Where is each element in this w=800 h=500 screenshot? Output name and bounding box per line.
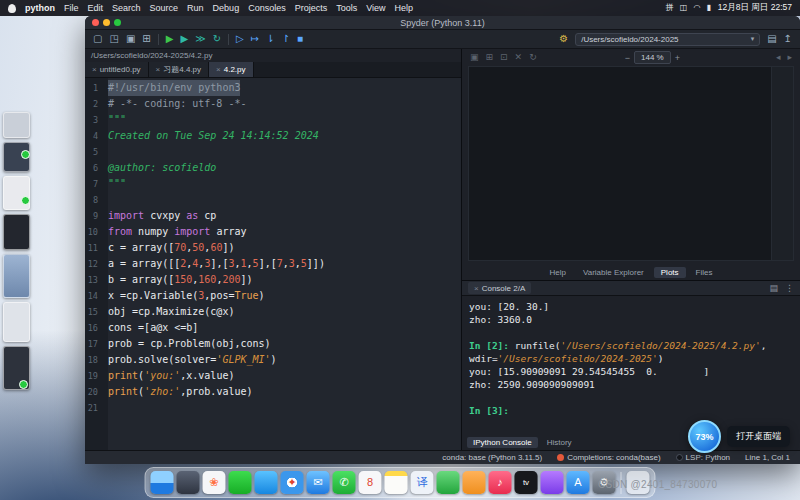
code-line-18[interactable]: 18prob.solve(solver='GLPK_MI'): [85, 352, 461, 368]
save-all-icon[interactable]: ⊞: [142, 34, 150, 44]
apple-menu-icon[interactable]: [8, 4, 16, 13]
code-line-3[interactable]: 3""": [85, 112, 461, 128]
line-number[interactable]: 19: [85, 368, 103, 384]
status-lsp[interactable]: LSP: Python: [676, 453, 730, 462]
dock-icon-facetime[interactable]: ✆: [333, 471, 356, 494]
editor-tab-untitled0-py[interactable]: ×untitled0.py: [85, 62, 149, 77]
console-bottom-tab-ipython-console[interactable]: IPython Console: [467, 437, 538, 448]
dock-icon-podcasts[interactable]: [541, 471, 564, 494]
editor-tab-4-2-py[interactable]: ×4.2.py: [209, 62, 253, 77]
line-number[interactable]: 6: [85, 160, 103, 176]
line-number[interactable]: 3: [85, 112, 103, 128]
battery-icon[interactable]: ▮: [706, 4, 710, 12]
dock-icon-photos[interactable]: ❀: [203, 471, 226, 494]
dock-icon-safari[interactable]: ✦: [281, 471, 304, 494]
menu-search[interactable]: Search: [112, 3, 141, 13]
line-number[interactable]: 17: [85, 336, 103, 352]
code-line-9[interactable]: 9import cvxpy as cp: [85, 208, 461, 224]
code-line-14[interactable]: 14x =cp.Variable(3,pos=True): [85, 288, 461, 304]
open-file-icon[interactable]: ◳: [109, 34, 118, 44]
window-thumbnail[interactable]: [3, 112, 30, 138]
preferences-icon[interactable]: ⚙: [559, 34, 568, 44]
run-cell-icon[interactable]: ▶: [180, 34, 188, 44]
save-file-icon[interactable]: ▣: [126, 34, 135, 44]
menu-consoles[interactable]: Consoles: [248, 3, 286, 13]
zoom-window-button[interactable]: [114, 19, 121, 26]
next-plot-icon[interactable]: ▸: [787, 53, 792, 62]
console-list-icon[interactable]: ▤: [769, 284, 778, 293]
window-titlebar[interactable]: Spyder (Python 3.11): [85, 16, 800, 30]
dock-icon-tv[interactable]: tv: [515, 471, 538, 494]
debug-file-icon[interactable]: ▷: [236, 34, 244, 44]
status-cursor-position[interactable]: Line 1, Col 1: [745, 453, 790, 462]
console-output[interactable]: you: [20. 30.]zho: 3360.0 In [2]: runfil…: [462, 296, 800, 435]
dock-icon-music[interactable]: ♪: [489, 471, 512, 494]
menu-help[interactable]: Help: [395, 3, 414, 13]
pane-tab-help[interactable]: Help: [543, 267, 573, 278]
console-bottom-tab-history[interactable]: History: [541, 437, 578, 448]
close-tab-icon[interactable]: ×: [156, 65, 161, 74]
line-number[interactable]: 13: [85, 272, 103, 288]
window-thumbnail[interactable]: [3, 214, 30, 250]
console-tab[interactable]: × Console 2/A: [468, 282, 531, 294]
line-number[interactable]: 9: [85, 208, 103, 224]
menu-file[interactable]: File: [64, 3, 79, 13]
copy-plot-icon[interactable]: ⊡: [500, 53, 508, 62]
code-line-7[interactable]: 7""": [85, 176, 461, 192]
code-line-12[interactable]: 12a = array([[2,4,3],[3,1,5],[7,3,5]]): [85, 256, 461, 272]
code-line-17[interactable]: 17prob = cp.Problem(obj,cons): [85, 336, 461, 352]
input-source-icon[interactable]: 拼: [666, 4, 674, 12]
battery-popup-label[interactable]: 打开桌面端: [727, 426, 790, 447]
pane-tab-variable-explorer[interactable]: Variable Explorer: [576, 267, 651, 278]
line-number[interactable]: 11: [85, 240, 103, 256]
zoom-in-icon[interactable]: +: [675, 53, 680, 63]
step-into-icon[interactable]: ⇂: [266, 34, 274, 44]
save-all-plots-icon[interactable]: ⊞: [486, 53, 494, 62]
line-number[interactable]: 1: [85, 80, 103, 96]
browse-working-directory-icon[interactable]: ▤: [767, 34, 776, 44]
code-line-2[interactable]: 2# -*- coding: utf-8 -*-: [85, 96, 461, 112]
line-number[interactable]: 10: [85, 224, 103, 240]
code-line-16[interactable]: 16cons =[a@x <=b]: [85, 320, 461, 336]
previous-plot-icon[interactable]: ◂: [776, 53, 781, 62]
menu-projects[interactable]: Projects: [295, 3, 328, 13]
run-cell-advance-icon[interactable]: ≫: [195, 34, 205, 44]
line-number[interactable]: 4: [85, 128, 103, 144]
code-line-6[interactable]: 6@author: scofieldo: [85, 160, 461, 176]
menu-tools[interactable]: Tools: [336, 3, 357, 13]
code-line-10[interactable]: 10from numpy import array: [85, 224, 461, 240]
dock-icon-launchpad[interactable]: [177, 471, 200, 494]
rerun-cell-icon[interactable]: ↻: [213, 34, 221, 44]
code-line-11[interactable]: 11c = array([70,50,60]): [85, 240, 461, 256]
dock-icon-translate[interactable]: 译: [411, 471, 434, 494]
window-thumbnail[interactable]: [3, 254, 30, 298]
code-line-15[interactable]: 15obj =cp.Maximize(c@x): [85, 304, 461, 320]
line-number[interactable]: 7: [85, 176, 103, 192]
menu-run[interactable]: Run: [187, 3, 204, 13]
dock-icon-qq[interactable]: [255, 471, 278, 494]
screen-mirroring-icon[interactable]: ◫: [680, 4, 688, 12]
working-directory-combo[interactable]: /Users/scofieldo/2024-2025 ▾: [575, 33, 760, 46]
menubar-clock[interactable]: 12月8日 周日 22:57: [718, 2, 792, 14]
battery-popup[interactable]: 73% 打开桌面端: [688, 420, 790, 453]
code-line-8[interactable]: 8: [85, 192, 461, 208]
window-thumbnail[interactable]: [3, 302, 30, 342]
menu-view[interactable]: View: [366, 3, 385, 13]
line-number[interactable]: 15: [85, 304, 103, 320]
dock-icon-mail[interactable]: ✉: [307, 471, 330, 494]
code-editor[interactable]: 1#!/usr/bin/env python32# -*- coding: ut…: [85, 78, 461, 450]
code-line-1[interactable]: 1#!/usr/bin/env python3: [85, 80, 461, 96]
console-options-icon[interactable]: ⋮: [785, 284, 794, 293]
wifi-icon[interactable]: ◠: [693, 4, 700, 12]
code-line-13[interactable]: 13b = array([150,160,200]): [85, 272, 461, 288]
line-number[interactable]: 8: [85, 192, 103, 208]
pane-tab-plots[interactable]: Plots: [654, 267, 686, 278]
menu-edit[interactable]: Edit: [88, 3, 104, 13]
dock-icon-finder[interactable]: [151, 471, 174, 494]
dock-icon-calendar[interactable]: 8: [359, 471, 382, 494]
refresh-plot-icon[interactable]: ↻: [529, 53, 537, 62]
line-number[interactable]: 16: [85, 320, 103, 336]
line-number[interactable]: 18: [85, 352, 103, 368]
editor-tab-4-4-py[interactable]: ×习题4.4.py: [149, 62, 209, 77]
status-conda-env[interactable]: conda: base (Python 3.11.5): [442, 453, 542, 462]
